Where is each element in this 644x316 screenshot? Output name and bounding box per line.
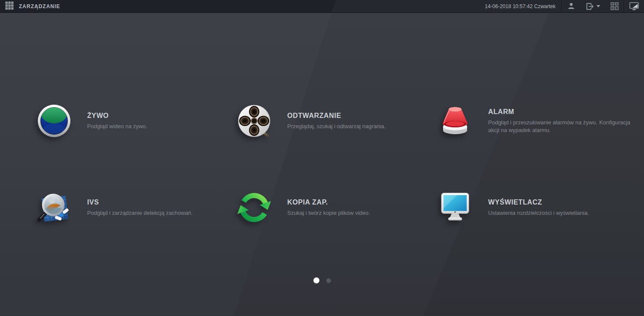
live-view-orb-icon [35,102,73,140]
display-toggle-icon [629,2,639,11]
menu-item-display[interactable]: WYŚWIETLACZ Ustawienia rozdzielczości i … [436,188,638,227]
menu-item-title: KOPIA ZAP. [287,199,370,206]
film-reel-icon [235,102,273,140]
menu-item-title: ŻYWO [87,112,147,120]
magnifier-analytics-icon [35,189,73,226]
siren-icon [436,102,474,140]
menu-item-live[interactable]: ŻYWO Podgląd wideo na żywo. [35,101,237,141]
qr-channels-icon [611,2,619,10]
display-toggle-button[interactable] [624,0,644,12]
menu-item-ivs[interactable]: IVS Podgląd i zarządzanie detekcją zacho… [35,188,237,227]
caret-down-icon [596,5,600,7]
datetime-display: 14-06-2018 10:57:42 Czwartek [485,3,556,9]
menu-item-playback[interactable]: ODTWARZANIE Przeglądaj, szukaj i odtwarz… [235,101,437,141]
page-title: ZARZĄDZANIE [19,3,60,9]
top-bar: ZARZĄDZANIE 14-06-2018 10:57:42 Czwartek [0,0,644,13]
display-monitor-icon [436,189,474,226]
menu-item-desc: Ustawienia rozdzielczości i wyświetlania… [488,210,589,216]
menu-item-desc: Podgląd i zarządzanie detekcją zachowań. [87,210,193,216]
menu-item-backup[interactable]: KOPIA ZAP. Szukaj i twórz kopie plików v… [235,188,437,227]
menu-item-desc: Podgląd wideo na żywo. [87,123,147,129]
wallpaper [0,0,644,316]
logout-button[interactable] [580,0,605,12]
menu-item-title: IVS [87,199,193,206]
logout-icon [586,2,594,11]
wallpaper-facet [0,0,644,316]
page-dot-2[interactable] [326,278,331,283]
backup-sync-icon [235,189,273,226]
menu-item-desc: Podgląd i przeszukiwanie alarmów na żywo… [488,119,597,126]
user-icon [567,2,575,10]
apps-grid-button[interactable] [0,0,19,12]
menu-item-title: ALARM [488,108,638,116]
menu-item-desc: Szukaj i twórz kopie plików video. [287,210,370,216]
apps-grid-icon [5,1,14,12]
page-dot-1-active[interactable] [313,277,319,283]
pagination [0,277,644,283]
qr-channels-button[interactable] [605,0,624,12]
user-button[interactable] [562,0,580,12]
wallpaper-facet [0,0,644,316]
menu-item-alarm[interactable]: ALARM Podgląd i przeszukiwanie alarmów n… [436,101,638,141]
menu-item-title: ODTWARZANIE [287,112,386,120]
menu-item-title: WYŚWIETLACZ [488,199,589,206]
menu-item-desc: Przeglądaj, szukaj i odtwarzaj nagrania. [287,123,386,129]
